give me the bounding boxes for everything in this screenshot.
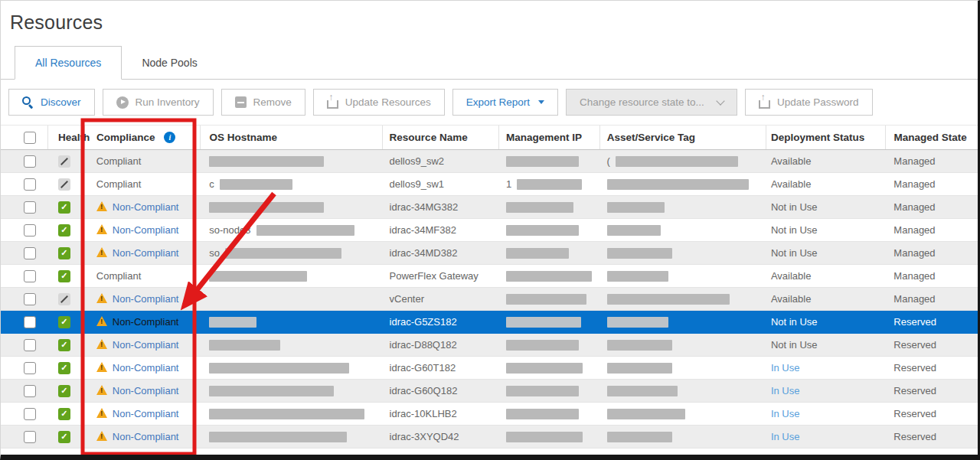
management-ip-cell xyxy=(499,196,600,218)
os-hostname-text: so xyxy=(209,247,220,259)
table-row[interactable]: ✓Non-Compliantidrac-G60Q182In UseReserve… xyxy=(1,380,978,403)
column-header-label[interactable]: Management IP xyxy=(506,132,582,143)
row-checkbox[interactable] xyxy=(24,339,36,351)
table-row[interactable]: Compliantdellos9_sw2(AvailableManaged xyxy=(1,150,978,173)
non-compliant-link[interactable]: Non-Compliant xyxy=(113,247,179,259)
table-row[interactable]: Non-CompliantvCenterAvailableManaged xyxy=(1,288,978,311)
resource-name-text[interactable]: idrac-34MF382 xyxy=(390,224,456,236)
resource-name-text[interactable]: idrac-34MD382 xyxy=(390,247,458,259)
in-use-link[interactable]: In Use xyxy=(771,362,800,374)
tab-node-pools[interactable]: Node Pools xyxy=(122,47,217,79)
page-title: Resources xyxy=(10,11,978,34)
resource-name-text[interactable]: idrac-G5ZS182 xyxy=(390,316,457,328)
row-checkbox[interactable] xyxy=(24,293,36,305)
table-row[interactable]: ✓Non-Compliantso-node3idrac-34MF382Not i… xyxy=(1,219,978,242)
resource-name-text[interactable]: PowerFlex Gateway xyxy=(390,270,479,282)
toolbar: Discover Run Inventory Remove Update Res… xyxy=(1,80,978,125)
column-header-resource-name: Resource Name xyxy=(383,126,499,149)
redacted-asset-service-tag xyxy=(607,386,678,396)
change-resource-state-select[interactable]: Change resource state to... xyxy=(566,89,737,116)
resource-name-cell: idrac-G60Q182 xyxy=(383,380,500,402)
row-checkbox[interactable] xyxy=(24,201,36,214)
row-checkbox[interactable] xyxy=(24,362,36,374)
export-report-button[interactable]: Export Report xyxy=(452,89,558,116)
checkbox-cell xyxy=(1,242,48,264)
compliant-label: Compliant xyxy=(96,178,142,190)
non-compliant-link[interactable]: Non-Compliant xyxy=(113,385,179,396)
health-ok-icon: ✓ xyxy=(58,224,70,237)
non-compliant-link[interactable]: Non-Compliant xyxy=(113,201,179,213)
table-row[interactable]: ✓Non-Compliantidrac-G5ZS182Not in UseRes… xyxy=(1,311,978,334)
table-row[interactable]: ✓Non-Compliantsoidrac-34MD382Not in UseM… xyxy=(1,242,978,265)
non-compliant-link[interactable]: Non-Compliant xyxy=(113,293,179,305)
row-checkbox[interactable] xyxy=(24,408,36,420)
compliance-cell: Non-Compliant xyxy=(85,357,201,379)
redacted-asset-service-tag xyxy=(607,225,661,236)
table-row[interactable]: ✓Non-Compliantidrac-3XYQD42In UseReserve… xyxy=(1,426,978,449)
table-row[interactable]: ✓Non-Compliantidrac-34MG382Not in UseMan… xyxy=(1,196,978,219)
remove-button[interactable]: Remove xyxy=(221,89,305,116)
in-use-link[interactable]: In Use xyxy=(771,408,800,419)
health-cell xyxy=(48,150,85,172)
table-row[interactable]: ✓CompliantPowerFlex GatewayAvailableMana… xyxy=(1,265,978,288)
table-row[interactable]: Compliantcdellos9_sw11AvailableManaged xyxy=(1,173,978,196)
update-resources-button[interactable]: Update Resources xyxy=(313,89,445,116)
non-compliant-link[interactable]: Non-Compliant xyxy=(113,431,179,442)
resource-name-text[interactable]: dellos9_sw1 xyxy=(390,178,445,190)
info-icon[interactable]: i xyxy=(164,132,175,143)
non-compliant-link[interactable]: Non-Compliant xyxy=(113,316,179,328)
resource-name-text[interactable]: dellos9_sw2 xyxy=(390,155,445,167)
column-header-label[interactable]: Asset/Service Tag xyxy=(607,132,695,143)
run-inventory-button[interactable]: Run Inventory xyxy=(103,89,214,116)
managed-state-cell: Managed xyxy=(886,265,978,287)
health-cell: ✓ xyxy=(48,403,85,425)
deployment-status-text: Not in Use xyxy=(771,224,818,236)
row-checkbox[interactable] xyxy=(24,270,36,282)
column-header-label[interactable]: Resource Name xyxy=(390,132,468,143)
non-compliant-link[interactable]: Non-Compliant xyxy=(113,339,179,351)
management-ip-cell xyxy=(499,334,600,356)
row-checkbox[interactable] xyxy=(24,316,36,328)
row-checkbox[interactable] xyxy=(24,385,36,397)
resource-name-text[interactable]: vCenter xyxy=(390,293,425,305)
non-compliant-link[interactable]: Non-Compliant xyxy=(113,408,179,419)
redacted-management-ip xyxy=(506,317,581,328)
row-checkbox[interactable] xyxy=(24,431,36,443)
redacted-management-ip xyxy=(506,202,573,213)
table-row[interactable]: ✓Non-Compliantidrac-G60T182In UseReserve… xyxy=(1,357,978,380)
tab-all-resources[interactable]: All Resources xyxy=(15,46,122,80)
resource-name-text[interactable]: idrac-34MG382 xyxy=(390,201,459,213)
managed-state-text: Reserved xyxy=(893,362,936,374)
column-header-os-hostname: OS Hostname xyxy=(201,126,382,149)
row-checkbox[interactable] xyxy=(24,178,36,191)
update-password-button[interactable]: Update Password xyxy=(745,89,873,116)
column-header-label[interactable]: Compliance xyxy=(96,132,155,143)
resource-name-cell: idrac-D88Q182 xyxy=(383,334,500,356)
resource-name-text[interactable]: idrac-3XYQD42 xyxy=(390,431,459,442)
deployment-status-cell: Available xyxy=(766,265,886,287)
column-header-label[interactable]: OS Hostname xyxy=(209,132,277,143)
asset-service-tag-cell xyxy=(600,380,766,402)
asset-service-tag-cell xyxy=(600,219,766,241)
in-use-link[interactable]: In Use xyxy=(771,431,800,442)
non-compliant-link[interactable]: Non-Compliant xyxy=(113,224,179,236)
select-all-checkbox[interactable] xyxy=(24,132,36,144)
row-checkbox[interactable] xyxy=(24,247,36,259)
health-cell xyxy=(48,288,85,310)
resource-name-text[interactable]: idrac-10KLHB2 xyxy=(390,408,457,419)
row-checkbox[interactable] xyxy=(24,224,36,237)
resource-name-text[interactable]: idrac-G60Q182 xyxy=(390,385,458,396)
table-row[interactable]: ✓Non-Compliantidrac-D88Q182Not in UseRes… xyxy=(1,334,978,357)
resource-name-cell: dellos9_sw1 xyxy=(383,173,500,195)
health-unknown-icon xyxy=(58,155,70,168)
in-use-link[interactable]: In Use xyxy=(771,385,800,396)
resource-name-text[interactable]: idrac-G60T182 xyxy=(390,362,456,374)
run-inventory-button-label: Run Inventory xyxy=(136,96,200,108)
column-header-label[interactable]: Deployment Status xyxy=(771,132,864,143)
non-compliant-link[interactable]: Non-Compliant xyxy=(113,362,179,374)
table-row[interactable]: ✓Non-Compliantidrac-10KLHB2In UseReserve… xyxy=(1,403,978,426)
discover-button[interactable]: Discover xyxy=(8,89,95,116)
resource-name-text[interactable]: idrac-D88Q182 xyxy=(390,339,457,351)
column-header-label[interactable]: Managed State xyxy=(893,132,966,143)
row-checkbox[interactable] xyxy=(24,155,36,168)
